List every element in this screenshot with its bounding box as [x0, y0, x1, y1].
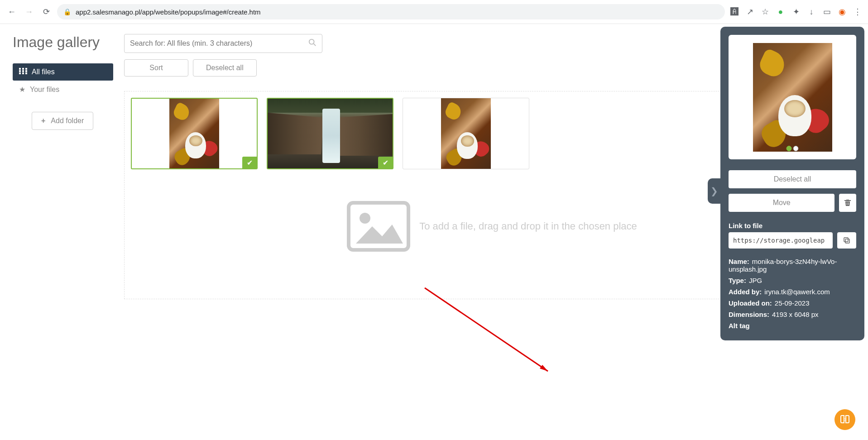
bookmark-icon[interactable]: ☆ [760, 7, 770, 17]
svg-point-12 [360, 213, 370, 224]
search-box[interactable] [124, 34, 322, 53]
move-row: Move [729, 194, 856, 212]
meta-type: Type:JPG [729, 277, 856, 284]
thumb-1-selected-badge: ✔ [242, 157, 257, 168]
nav-all-files[interactable]: All files [13, 63, 113, 81]
link-row [729, 232, 856, 249]
sort-button[interactable]: Sort [124, 59, 188, 77]
page-title: Image gallery [13, 34, 113, 51]
thumb-2-image [268, 99, 393, 168]
deselect-all-button[interactable]: Deselect all [193, 59, 257, 77]
details-panel: ❯ Deselect all Move Link to file Na [720, 27, 864, 340]
reload-button[interactable]: ⟳ [40, 5, 53, 18]
left-column: Image gallery All files ★ Your files + A… [0, 24, 118, 440]
image-placeholder-icon [347, 201, 410, 252]
book-help-icon: ? [839, 414, 850, 425]
indicator-2[interactable] [793, 146, 799, 151]
extensions-icon[interactable]: ✦ [791, 7, 801, 17]
url-text: app2.salesmanago.pl/app/website/popups/i… [76, 8, 261, 16]
nav-all-files-label: All files [32, 68, 55, 76]
translate-icon[interactable]: 🅰 [729, 7, 739, 17]
link-label: Link to file [729, 222, 856, 230]
search-input[interactable] [130, 39, 308, 48]
trash-icon [844, 199, 851, 206]
svg-rect-5 [25, 70, 27, 72]
thumb-3-image [441, 98, 491, 169]
svg-rect-14 [845, 239, 849, 243]
move-button[interactable]: Move [729, 194, 834, 212]
extension-green-icon[interactable]: ● [776, 7, 786, 17]
plus-icon: + [41, 117, 45, 125]
lock-icon: 🔒 [63, 8, 71, 15]
meta-dimensions: Dimensions:4193 x 6048 px [729, 311, 856, 318]
star-icon: ★ [19, 85, 25, 94]
share-icon[interactable]: ↗ [745, 7, 755, 17]
menu-icon[interactable]: ⋮ [853, 7, 863, 17]
carousel-indicators [786, 146, 799, 151]
grid-icon [19, 68, 27, 76]
meta-added-by: Added by:iryna.tk@qawerk.com [729, 288, 856, 296]
thumb-1-image [169, 99, 219, 168]
preview-box [729, 35, 856, 159]
panel-collapse-handle[interactable]: ❯ [708, 178, 720, 204]
link-input[interactable] [729, 232, 833, 249]
delete-button[interactable] [839, 194, 856, 212]
svg-rect-7 [22, 72, 24, 74]
svg-rect-2 [25, 68, 27, 70]
copy-link-button[interactable] [837, 232, 856, 249]
svg-text:?: ? [844, 417, 846, 422]
app-container: Image gallery All files ★ Your files + A… [0, 24, 868, 440]
indicator-1[interactable] [786, 146, 792, 151]
extension-orange-icon[interactable]: ◉ [837, 7, 847, 17]
address-bar[interactable]: 🔒 app2.salesmanago.pl/app/website/popups… [57, 4, 725, 19]
svg-line-10 [314, 43, 316, 46]
thumb-3[interactable] [403, 98, 529, 169]
add-folder-label: Add folder [51, 117, 84, 125]
svg-rect-4 [22, 70, 24, 72]
search-icon [308, 38, 317, 49]
browser-toolbar: ← → ⟳ 🔒 app2.salesmanago.pl/app/website/… [0, 0, 868, 24]
dropzone-text: To add a file, drag and drop it in the c… [419, 220, 637, 232]
thumb-2-selected-badge: ✔ [378, 157, 393, 168]
downloads-icon[interactable]: ↓ [806, 7, 816, 17]
svg-rect-8 [25, 72, 27, 74]
thumb-1[interactable]: ✔ [131, 98, 258, 169]
back-button[interactable]: ← [5, 5, 18, 18]
meta-uploaded-on: Uploaded on:25-09-2023 [729, 299, 856, 307]
copy-icon [843, 237, 850, 244]
nav-your-files[interactable]: ★ Your files [13, 81, 113, 98]
svg-rect-0 [19, 68, 21, 70]
preview-image [753, 43, 832, 152]
help-button[interactable]: ? [834, 409, 855, 430]
sidepanel-icon[interactable]: ▭ [822, 7, 832, 17]
svg-point-9 [309, 39, 314, 44]
svg-rect-3 [19, 70, 21, 72]
alt-tag-label: Alt tag [729, 322, 856, 330]
svg-rect-6 [19, 72, 21, 74]
panel-deselect-all-button[interactable]: Deselect all [729, 170, 856, 188]
browser-right-icons: 🅰 ↗ ☆ ● ✦ ↓ ▭ ◉ ⋮ [729, 7, 863, 17]
meta-name: Name:monika-borys-3zN4hy-lwVo-unsplash.j… [729, 258, 856, 273]
forward-button[interactable]: → [23, 5, 35, 18]
add-folder-button[interactable]: + Add folder [32, 112, 93, 130]
thumb-2[interactable]: ✔ [267, 98, 393, 169]
svg-rect-13 [844, 238, 848, 242]
nav-your-files-label: Your files [30, 86, 59, 94]
svg-rect-1 [22, 68, 24, 70]
